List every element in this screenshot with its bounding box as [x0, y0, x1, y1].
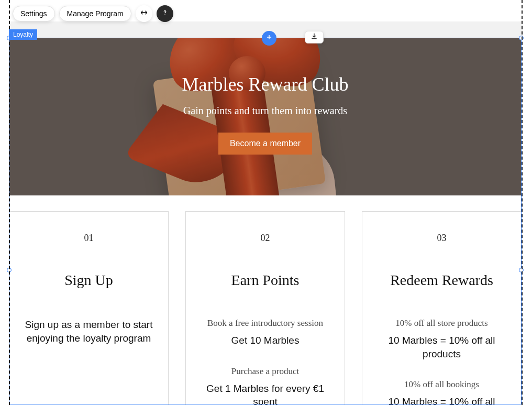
page-guide-right [522, 0, 523, 405]
card-signup[interactable]: 01 Sign Up Sign up as a member to start … [9, 211, 169, 405]
card-item-value: 10 Marbles = 10% off all products [377, 334, 506, 360]
card-item-lead: Book a free introductory session [201, 318, 330, 329]
plus-icon [265, 34, 273, 43]
stretch-button[interactable] [136, 5, 152, 22]
card-title: Sign Up [24, 272, 153, 289]
help-button[interactable] [157, 5, 173, 22]
card-redeem-rewards[interactable]: 03 Redeem Rewards 10% off all store prod… [362, 211, 522, 405]
cards-row: 01 Sign Up Sign up as a member to start … [9, 211, 522, 405]
card-body: Sign up as a member to start enjoying th… [24, 318, 153, 345]
selection-label: Loyalty [9, 29, 37, 40]
card-item-value: Get 10 Marbles [201, 334, 330, 347]
card-number: 02 [201, 233, 330, 244]
hero-title[interactable]: Marbles Reward Club [182, 73, 349, 95]
card-item-lead: 10% off all bookings [377, 379, 506, 390]
stretch-icon [140, 8, 148, 19]
manage-program-button[interactable]: Manage Program [59, 6, 131, 21]
hero-section[interactable]: Marbles Reward Club Gain points and turn… [9, 38, 522, 195]
add-section-button[interactable] [262, 31, 276, 46]
card-title: Redeem Rewards [377, 272, 506, 289]
card-title: Earn Points [201, 272, 330, 289]
card-earn-points[interactable]: 02 Earn Points Book a free introductory … [185, 211, 345, 405]
card-item-value: 10 Marbles = 10% off all products [377, 395, 506, 405]
card-number: 03 [377, 233, 506, 244]
hero-subtitle[interactable]: Gain points and turn them into rewards [183, 105, 347, 117]
card-item-lead: Purchase a product [201, 366, 330, 377]
question-icon [161, 9, 169, 18]
card-number: 01 [24, 233, 153, 244]
svg-point-0 [164, 14, 165, 15]
settings-button[interactable]: Settings [13, 6, 55, 21]
card-item-value: Get 1 Marbles for every €1 spent [201, 382, 330, 405]
download-icon [310, 32, 318, 42]
editor-toolbar: Settings Manage Program [13, 5, 173, 22]
page-guide-left [9, 0, 10, 405]
card-item-lead: 10% off all store products [377, 318, 506, 329]
become-member-button[interactable]: Become a member [218, 133, 312, 155]
download-button[interactable] [305, 31, 324, 43]
